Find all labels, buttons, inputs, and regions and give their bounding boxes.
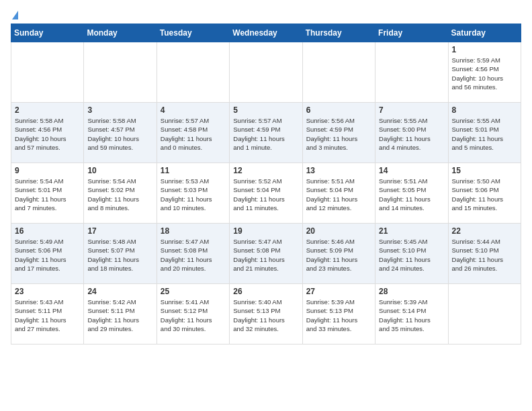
day-number: 26 [233, 287, 298, 296]
day-number: 3 [87, 105, 152, 115]
day-number: 4 [161, 105, 226, 115]
calendar-cell: 11Sunrise: 5:53 AM Sunset: 5:03 PM Dayli… [157, 163, 229, 224]
calendar-week-row: 16Sunrise: 5:49 AM Sunset: 5:06 PM Dayli… [11, 224, 521, 284]
day-detail: Sunrise: 5:48 AM Sunset: 5:07 PM Dayligh… [87, 237, 152, 273]
day-number: 25 [161, 287, 226, 296]
day-number: 23 [15, 287, 80, 296]
day-number: 12 [233, 166, 298, 175]
day-number: 16 [15, 226, 80, 236]
day-detail: Sunrise: 5:56 AM Sunset: 4:59 PM Dayligh… [306, 116, 371, 152]
calendar-cell: 20Sunrise: 5:46 AM Sunset: 5:09 PM Dayli… [302, 224, 375, 284]
calendar-week-row: 23Sunrise: 5:43 AM Sunset: 5:11 PM Dayli… [11, 284, 521, 345]
day-detail: Sunrise: 5:55 AM Sunset: 5:00 PM Dayligh… [379, 116, 444, 152]
calendar-cell: 18Sunrise: 5:47 AM Sunset: 5:08 PM Dayli… [157, 224, 229, 284]
day-number: 1 [452, 45, 517, 54]
day-detail: Sunrise: 5:39 AM Sunset: 5:13 PM Dayligh… [306, 298, 371, 333]
calendar-cell: 17Sunrise: 5:48 AM Sunset: 5:07 PM Dayli… [84, 224, 157, 284]
calendar-cell: 23Sunrise: 5:43 AM Sunset: 5:11 PM Dayli… [11, 284, 84, 345]
day-number: 2 [15, 105, 80, 115]
day-number: 6 [306, 105, 371, 115]
calendar-cell: 21Sunrise: 5:45 AM Sunset: 5:10 PM Dayli… [375, 224, 448, 284]
day-detail: Sunrise: 5:46 AM Sunset: 5:09 PM Dayligh… [306, 237, 371, 273]
weekday-header-sunday: Sunday [11, 24, 84, 42]
day-detail: Sunrise: 5:49 AM Sunset: 5:06 PM Dayligh… [15, 237, 80, 273]
day-detail: Sunrise: 5:54 AM Sunset: 5:02 PM Dayligh… [87, 177, 152, 212]
calendar-cell: 8Sunrise: 5:55 AM Sunset: 5:01 PM Daylig… [448, 103, 521, 163]
calendar-cell: 28Sunrise: 5:39 AM Sunset: 5:14 PM Dayli… [375, 284, 448, 345]
weekday-header-friday: Friday [375, 24, 448, 42]
day-number: 8 [452, 105, 517, 115]
weekday-header-thursday: Thursday [302, 24, 375, 42]
calendar-week-row: 9Sunrise: 5:54 AM Sunset: 5:01 PM Daylig… [11, 163, 521, 224]
weekday-header-saturday: Saturday [448, 24, 521, 42]
calendar-cell: 26Sunrise: 5:40 AM Sunset: 5:13 PM Dayli… [230, 284, 302, 345]
day-number: 28 [379, 287, 444, 296]
day-number: 7 [379, 105, 444, 115]
day-detail: Sunrise: 5:51 AM Sunset: 5:05 PM Dayligh… [379, 177, 444, 212]
day-detail: Sunrise: 5:43 AM Sunset: 5:11 PM Dayligh… [15, 298, 80, 333]
calendar-cell: 7Sunrise: 5:55 AM Sunset: 5:00 PM Daylig… [375, 103, 448, 163]
calendar-cell: 9Sunrise: 5:54 AM Sunset: 5:01 PM Daylig… [11, 163, 84, 224]
day-number: 20 [306, 226, 371, 236]
day-detail: Sunrise: 5:58 AM Sunset: 4:56 PM Dayligh… [15, 116, 80, 152]
calendar-cell: 22Sunrise: 5:44 AM Sunset: 5:10 PM Dayli… [448, 224, 521, 284]
day-number: 24 [87, 287, 152, 296]
day-detail: Sunrise: 5:47 AM Sunset: 5:08 PM Dayligh… [161, 237, 226, 273]
day-number: 15 [452, 166, 517, 175]
calendar-cell [11, 42, 84, 103]
calendar-cell [230, 42, 302, 103]
day-number: 10 [87, 166, 152, 175]
day-detail: Sunrise: 5:42 AM Sunset: 5:11 PM Dayligh… [87, 298, 152, 333]
day-number: 11 [161, 166, 226, 175]
weekday-header-row: SundayMondayTuesdayWednesdayThursdayFrid… [11, 24, 521, 42]
day-detail: Sunrise: 5:59 AM Sunset: 4:56 PM Dayligh… [452, 56, 517, 91]
day-number: 14 [379, 166, 444, 175]
day-number: 22 [452, 226, 517, 236]
day-number: 18 [161, 226, 226, 236]
day-number: 19 [233, 226, 298, 236]
day-detail: Sunrise: 5:52 AM Sunset: 5:04 PM Dayligh… [233, 177, 298, 212]
calendar-cell [302, 42, 375, 103]
day-number: 27 [306, 287, 371, 296]
calendar-week-row: 2Sunrise: 5:58 AM Sunset: 4:56 PM Daylig… [11, 103, 521, 163]
day-detail: Sunrise: 5:40 AM Sunset: 5:13 PM Dayligh… [233, 298, 298, 333]
calendar-cell: 15Sunrise: 5:50 AM Sunset: 5:06 PM Dayli… [448, 163, 521, 224]
calendar-cell: 1Sunrise: 5:59 AM Sunset: 4:56 PM Daylig… [448, 42, 521, 103]
calendar-cell [375, 42, 448, 103]
day-detail: Sunrise: 5:44 AM Sunset: 5:10 PM Dayligh… [452, 237, 517, 273]
calendar-cell: 10Sunrise: 5:54 AM Sunset: 5:02 PM Dayli… [84, 163, 157, 224]
day-detail: Sunrise: 5:57 AM Sunset: 4:58 PM Dayligh… [161, 116, 226, 152]
calendar-cell: 13Sunrise: 5:51 AM Sunset: 5:04 PM Dayli… [302, 163, 375, 224]
day-detail: Sunrise: 5:41 AM Sunset: 5:12 PM Dayligh… [161, 298, 226, 333]
day-number: 17 [87, 226, 152, 236]
logo-triangle-icon [12, 11, 18, 19]
calendar-cell [157, 42, 229, 103]
calendar-cell: 19Sunrise: 5:47 AM Sunset: 5:08 PM Dayli… [230, 224, 302, 284]
day-detail: Sunrise: 5:54 AM Sunset: 5:01 PM Dayligh… [15, 177, 80, 212]
day-detail: Sunrise: 5:45 AM Sunset: 5:10 PM Dayligh… [379, 237, 444, 273]
day-number: 21 [379, 226, 444, 236]
day-number: 5 [233, 105, 298, 115]
weekday-header-monday: Monday [84, 24, 157, 42]
logo [11, 11, 18, 18]
day-detail: Sunrise: 5:39 AM Sunset: 5:14 PM Dayligh… [379, 298, 444, 333]
calendar-cell: 3Sunrise: 5:58 AM Sunset: 4:57 PM Daylig… [84, 103, 157, 163]
day-detail: Sunrise: 5:47 AM Sunset: 5:08 PM Dayligh… [233, 237, 298, 273]
calendar-cell: 4Sunrise: 5:57 AM Sunset: 4:58 PM Daylig… [157, 103, 229, 163]
day-detail: Sunrise: 5:57 AM Sunset: 4:59 PM Dayligh… [233, 116, 298, 152]
calendar-cell [84, 42, 157, 103]
calendar-cell: 12Sunrise: 5:52 AM Sunset: 5:04 PM Dayli… [230, 163, 302, 224]
day-detail: Sunrise: 5:55 AM Sunset: 5:01 PM Dayligh… [452, 116, 517, 152]
day-detail: Sunrise: 5:53 AM Sunset: 5:03 PM Dayligh… [161, 177, 226, 212]
calendar-cell: 16Sunrise: 5:49 AM Sunset: 5:06 PM Dayli… [11, 224, 84, 284]
calendar-cell: 6Sunrise: 5:56 AM Sunset: 4:59 PM Daylig… [302, 103, 375, 163]
day-detail: Sunrise: 5:51 AM Sunset: 5:04 PM Dayligh… [306, 177, 371, 212]
calendar-cell: 14Sunrise: 5:51 AM Sunset: 5:05 PM Dayli… [375, 163, 448, 224]
calendar-cell: 25Sunrise: 5:41 AM Sunset: 5:12 PM Dayli… [157, 284, 229, 345]
weekday-header-tuesday: Tuesday [157, 24, 229, 42]
weekday-header-wednesday: Wednesday [230, 24, 302, 42]
calendar-table: SundayMondayTuesdayWednesdayThursdayFrid… [11, 24, 521, 345]
calendar-cell: 2Sunrise: 5:58 AM Sunset: 4:56 PM Daylig… [11, 103, 84, 163]
day-detail: Sunrise: 5:50 AM Sunset: 5:06 PM Dayligh… [452, 177, 517, 212]
page-header [11, 11, 521, 18]
